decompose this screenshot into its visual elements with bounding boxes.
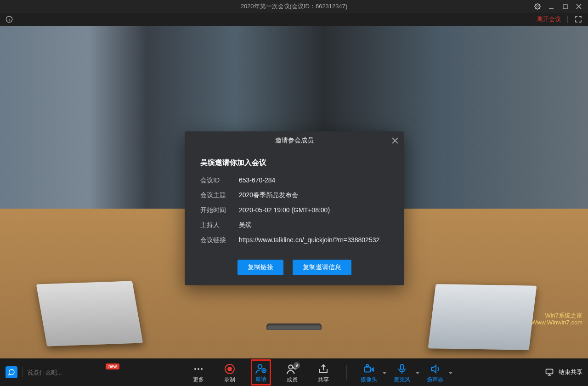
dialog-title: 邀请参会成员	[275, 136, 314, 145]
laptop-right	[428, 284, 537, 350]
value-meeting-id: 653-670-284	[239, 175, 389, 185]
label-topic: 会议主题	[200, 190, 239, 200]
screen-icon	[545, 368, 554, 377]
toolbar-label: 录制	[224, 376, 235, 384]
fullscreen-icon[interactable]	[574, 15, 582, 23]
more-button[interactable]: 更多	[188, 361, 209, 386]
leave-meeting-button[interactable]: 离开会议	[537, 15, 561, 23]
chat-icon[interactable]	[6, 366, 17, 378]
toolbar-label: 扬声器	[427, 376, 443, 384]
maximize-icon[interactable]	[561, 3, 569, 10]
toolbar-label: 成员	[287, 376, 298, 384]
label-host: 主持人	[200, 220, 239, 230]
dialog-header: 邀请参会成员	[185, 131, 404, 150]
row-link: 会议链接 https://www.talkline.cn/_quickjoin/…	[200, 235, 389, 245]
toolbar-label: 共享	[318, 376, 329, 384]
divider	[567, 16, 568, 23]
svg-point-19	[288, 365, 293, 369]
dialog-body: 吴缤邀请你加入会议 会议ID 653-670-284 会议主题 2020春季新品…	[185, 150, 404, 253]
divider	[22, 367, 23, 377]
value-start-time: 2020-05-02 19:00 (GMT+08:00)	[239, 205, 389, 215]
video-area: 邀请参会成员 吴缤邀请你加入会议 会议ID 653-670-284 会议主题 2…	[0, 26, 588, 358]
camera-button[interactable]: 摄像头	[360, 361, 382, 386]
dialog-close-icon[interactable]	[390, 136, 400, 145]
mic-button[interactable]: 麦克风	[393, 361, 415, 386]
copy-link-button[interactable]: 复制链接	[237, 260, 283, 275]
record-icon	[224, 363, 236, 375]
share-icon	[317, 363, 329, 375]
svg-point-10	[194, 368, 196, 370]
row-topic: 会议主题 2020春季新品发布会	[200, 190, 389, 200]
svg-point-22	[367, 364, 368, 366]
members-icon: 9	[286, 363, 298, 375]
svg-point-0	[537, 6, 538, 7]
titlebar: 2020年第一次会议(会议ID：662312347)	[0, 0, 588, 13]
members-button[interactable]: 9 成员	[282, 361, 302, 386]
divider	[346, 365, 347, 380]
camera-icon	[363, 363, 375, 375]
table-grommet	[266, 324, 322, 330]
value-link: https://www.talkline.cn/_quickjoin/?rn=3…	[239, 235, 389, 245]
chevron-down-icon[interactable]	[449, 372, 452, 375]
more-icon	[192, 363, 204, 375]
laptop-left	[36, 281, 143, 346]
svg-rect-23	[401, 364, 403, 370]
end-share-button[interactable]: 结束共享	[545, 368, 582, 377]
members-count-badge: 9	[294, 362, 300, 369]
toolbar-label: 邀请	[255, 375, 266, 383]
record-button[interactable]: 录制	[220, 361, 240, 386]
subbar: 离开会议	[0, 13, 588, 26]
label-meeting-id: 会议ID	[200, 175, 239, 185]
row-host: 主持人 吴缤	[200, 220, 389, 230]
toolbar-label: 麦克风	[394, 376, 410, 384]
row-meeting-id: 会议ID 653-670-284	[200, 175, 389, 185]
chevron-down-icon[interactable]	[416, 372, 419, 375]
settings-icon[interactable]	[534, 3, 541, 10]
value-host: 吴缤	[239, 220, 389, 230]
invite-icon	[255, 363, 267, 375]
window-controls	[534, 3, 588, 10]
close-icon[interactable]	[575, 3, 582, 10]
new-badge: new	[106, 363, 119, 369]
toolbar-center: 更多 录制 邀请 9 成员 共享	[91, 359, 545, 386]
chevron-down-icon[interactable]	[383, 372, 386, 375]
minimize-icon[interactable]	[548, 3, 555, 10]
chat-box: new	[6, 366, 91, 378]
toolbar-label: 摄像头	[361, 376, 377, 384]
mic-icon	[396, 363, 408, 375]
invite-button[interactable]: 邀请	[251, 359, 271, 386]
svg-point-11	[198, 368, 199, 370]
svg-point-15	[258, 364, 262, 369]
svg-rect-2	[563, 5, 567, 9]
invite-dialog: 邀请参会成员 吴缤邀请你加入会议 会议ID 653-670-284 会议主题 2…	[185, 131, 404, 285]
window-title: 2020年第一次会议(会议ID：662312347)	[241, 2, 348, 11]
svg-point-12	[201, 368, 203, 370]
bottom-toolbar: new 更多 录制 邀请 9 成员	[0, 358, 588, 386]
dialog-actions: 复制链接 复制邀请信息	[185, 253, 404, 285]
copy-invite-button[interactable]: 复制邀请信息	[293, 260, 351, 275]
svg-rect-25	[546, 369, 553, 374]
share-button[interactable]: 共享	[313, 361, 334, 386]
label-start-time: 开始时间	[200, 205, 239, 215]
end-share-label: 结束共享	[559, 368, 582, 376]
label-link: 会议链接	[200, 235, 239, 245]
svg-point-14	[227, 367, 232, 371]
value-topic: 2020春季新品发布会	[239, 190, 389, 200]
info-icon[interactable]	[6, 16, 13, 23]
invite-heading: 吴缤邀请你加入会议	[200, 158, 389, 168]
svg-rect-21	[364, 367, 370, 372]
chat-input[interactable]	[27, 369, 91, 376]
speaker-icon	[429, 363, 441, 375]
row-start-time: 开始时间 2020-05-02 19:00 (GMT+08:00)	[200, 205, 389, 215]
speaker-button[interactable]: 扬声器	[426, 361, 448, 386]
toolbar-label: 更多	[193, 376, 204, 384]
